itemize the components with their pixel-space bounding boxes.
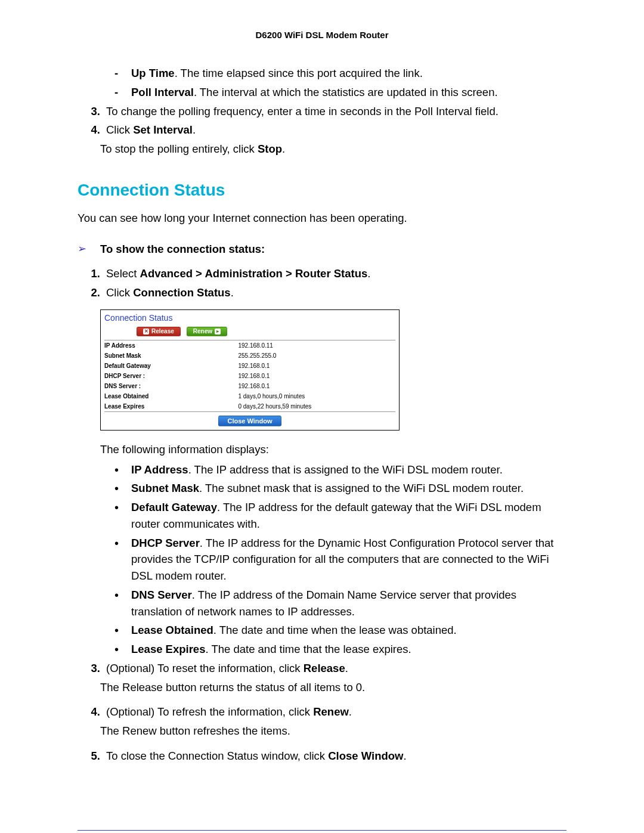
bullet-icon: •: [114, 623, 131, 637]
table-row: Lease Expires0 days,22 hours,59 minutes: [104, 401, 395, 411]
desc: . The date and time that the lease expir…: [205, 643, 411, 655]
table-row: DHCP Server :192.168.0.1: [104, 371, 395, 381]
bullet-text: IP Address. The IP address that is assig…: [131, 462, 566, 478]
term: Poll Interval: [131, 86, 194, 98]
bullet-text: Lease Expires. The date and time that th…: [131, 641, 566, 658]
bullet-icon: •: [114, 481, 131, 496]
term: Subnet Mask: [131, 482, 199, 494]
bullet-text: Subnet Mask. The subnet mask that is ass…: [131, 480, 566, 497]
term: DNS Server: [131, 589, 192, 601]
term: IP Address: [131, 463, 188, 476]
page: D6200 WiFi DSL Modem Router - Up Time. T…: [0, 0, 644, 833]
table-row: Lease Obtained1 days,0 hours,0 minutes: [104, 391, 395, 401]
term: DHCP Server: [131, 537, 200, 549]
bullet-item: •Subnet Mask. The subnet mask that is as…: [114, 480, 566, 497]
step-text: Click Set Interval.: [106, 122, 566, 138]
desc: . The time elapsed since this port acqui…: [175, 67, 423, 79]
panel-button-row: ✕ Release Renew ▸: [101, 326, 399, 339]
term: Lease Obtained: [131, 624, 213, 636]
step-text: (Optional) To reset the information, cli…: [106, 660, 566, 677]
bullet-text: Default Gateway. The IP address for the …: [131, 499, 566, 532]
desc: . The interval at which the statistics a…: [194, 86, 498, 98]
step-number: 3.: [78, 660, 106, 677]
table-row: IP Address192.168.0.11: [104, 340, 395, 351]
renew-button[interactable]: Renew ▸: [187, 327, 227, 336]
step-4: 4. Click Set Interval.: [78, 122, 566, 138]
status-table: IP Address192.168.0.11 Subnet Mask255.25…: [104, 340, 395, 412]
bullet-text: DNS Server. The IP address of the Domain…: [131, 587, 566, 620]
step-4-follow: To stop the polling entirely, click Stop…: [100, 141, 566, 157]
step-text: (Optional) To refresh the information, c…: [106, 704, 566, 720]
step-5b: 5. To close the Connection Status window…: [78, 748, 566, 764]
bullet-icon: •: [114, 463, 131, 477]
dash-text: Poll Interval. The interval at which the…: [131, 84, 566, 101]
step-number: 4.: [78, 122, 106, 138]
step-text: To close the Connection Status window, c…: [106, 748, 566, 764]
bullet-icon: •: [114, 642, 131, 657]
section-heading: Connection Status: [78, 178, 566, 203]
panel-title: Connection Status: [101, 310, 399, 326]
table-row: DNS Server :192.168.0.1: [104, 381, 395, 391]
main-content: - Up Time. The time elapsed since this p…: [78, 65, 566, 764]
step-text: To change the polling frequency, enter a…: [106, 103, 566, 120]
bullet-list: •IP Address. The IP address that is assi…: [78, 462, 566, 658]
step-3b-follow: The Release button returns the status of…: [100, 679, 566, 696]
bullet-item: •Lease Expires. The date and time that t…: [114, 641, 566, 658]
bullet-item: •DHCP Server. The IP address for the Dyn…: [114, 535, 566, 584]
bullet-icon: •: [114, 588, 131, 602]
dash-marker-icon: -: [114, 65, 131, 82]
dash-item: - Poll Interval. The interval at which t…: [114, 84, 566, 101]
howto-title-text: To show the connection status:: [100, 241, 566, 258]
step-number: 4.: [78, 704, 106, 720]
step-text: Select Advanced > Administration > Route…: [106, 265, 566, 282]
section-intro: You can see how long your Internet conne…: [78, 210, 566, 227]
term: Up Time: [131, 67, 175, 79]
info-intro: The following information displays:: [100, 441, 566, 458]
howto-title: ➢ To show the connection status:: [78, 241, 566, 258]
table-row: Subnet Mask255.255.255.0: [104, 351, 395, 361]
close-window-label: Close Window: [227, 416, 272, 426]
doc-header: D6200 WiFi DSL Modem Router: [78, 30, 566, 40]
panel-footer: Close Window: [101, 412, 399, 430]
desc: . The IP address that is assigned to the…: [188, 463, 503, 476]
step-3b: 3. (Optional) To reset the information, …: [78, 660, 566, 677]
bullet-text: DHCP Server. The IP address for the Dyna…: [131, 535, 566, 584]
step-2: 2. Click Connection Status.: [78, 284, 566, 301]
bullet-icon: •: [114, 536, 131, 550]
table-row: Default Gateway192.168.0.1: [104, 361, 395, 371]
step-text: Click Connection Status.: [106, 284, 566, 301]
release-button[interactable]: ✕ Release: [137, 327, 181, 336]
close-window-button[interactable]: Close Window: [218, 416, 281, 426]
term: Default Gateway: [131, 501, 217, 513]
play-icon: ▸: [215, 329, 221, 335]
bullet-icon: •: [114, 500, 131, 515]
screenshot-panel: Connection Status ✕ Release Renew ▸ IP A…: [100, 309, 400, 431]
renew-label: Renew: [193, 327, 212, 336]
bullet-text: Lease Obtained. The date and time when t…: [131, 622, 566, 639]
term: Lease Expires: [131, 643, 205, 655]
desc: . The subnet mask that is assigned to th…: [199, 482, 524, 494]
step-number: 5.: [78, 748, 106, 764]
bullet-item: •IP Address. The IP address that is assi…: [114, 462, 566, 478]
close-icon: ✕: [143, 329, 149, 335]
step-number: 3.: [78, 103, 106, 120]
page-footer: Administration 97: [78, 830, 566, 834]
step-3: 3. To change the polling frequency, ente…: [78, 103, 566, 120]
step-4b: 4. (Optional) To refresh the information…: [78, 704, 566, 720]
dash-item: - Up Time. The time elapsed since this p…: [114, 65, 566, 82]
step-number: 1.: [78, 265, 106, 282]
arrow-icon: ➢: [78, 241, 100, 257]
step-4b-follow: The Renew button refreshes the items.: [100, 723, 566, 739]
dash-text: Up Time. The time elapsed since this por…: [131, 65, 566, 82]
step-number: 2.: [78, 284, 106, 301]
bullet-item: •Default Gateway. The IP address for the…: [114, 499, 566, 532]
step-1: 1. Select Advanced > Administration > Ro…: [78, 265, 566, 282]
release-label: Release: [151, 327, 174, 336]
bullet-item: •Lease Obtained. The date and time when …: [114, 622, 566, 639]
bullet-item: •DNS Server. The IP address of the Domai…: [114, 587, 566, 620]
desc: . The date and time when the lease was o…: [213, 624, 457, 636]
dash-marker-icon: -: [114, 84, 131, 101]
